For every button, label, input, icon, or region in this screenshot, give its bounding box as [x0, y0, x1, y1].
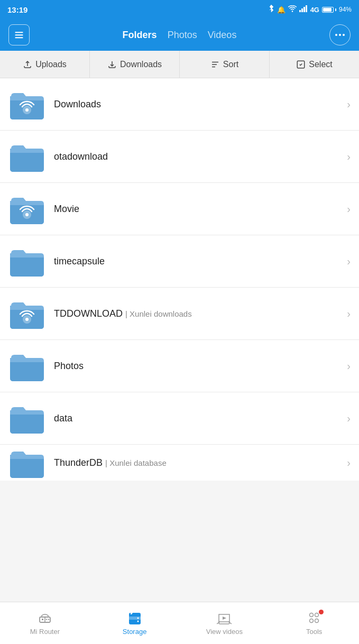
svg-rect-2 — [301, 8, 303, 12]
nav-item-tools[interactable]: Tools — [269, 602, 359, 644]
network-type: 4G — [310, 6, 319, 14]
nav-item-view-videos[interactable]: View videos — [180, 602, 270, 644]
sort-button[interactable]: Sort — [180, 51, 270, 78]
svg-point-17 — [25, 213, 29, 216]
uploads-label: Uploads — [35, 60, 67, 69]
menu-button[interactable] — [8, 24, 30, 45]
svg-rect-21 — [42, 619, 43, 620]
chevron-icon: › — [347, 308, 351, 320]
folder-icon-thunderdb — [8, 445, 45, 481]
status-bar: 13:19 🔔 4G — [0, 0, 359, 19]
svg-point-25 — [137, 618, 139, 619]
status-icons: 🔔 4G 94% — [268, 5, 352, 15]
folder-item-tddownload[interactable]: TDDOWNLOAD | Xunlei downloads › — [0, 288, 359, 340]
nav-item-mi-router[interactable]: Mi Router — [0, 602, 90, 644]
view-videos-label: View videos — [206, 628, 243, 636]
folder-item-data[interactable]: data › — [0, 392, 359, 445]
svg-rect-7 — [15, 37, 23, 38]
wifi-icon — [288, 5, 297, 14]
svg-rect-3 — [303, 7, 305, 12]
svg-point-19 — [25, 318, 29, 321]
svg-point-29 — [310, 613, 314, 617]
svg-rect-4 — [306, 5, 307, 12]
battery-percent: 94% — [339, 6, 352, 13]
chevron-icon: › — [347, 255, 351, 268]
storage-icon — [126, 611, 143, 625]
svg-point-30 — [315, 613, 319, 617]
folder-icon-photos — [8, 347, 45, 384]
folder-name: timecapsule — [54, 256, 343, 267]
svg-point-31 — [310, 619, 314, 623]
bluetooth-icon — [268, 5, 274, 15]
svg-point-0 — [291, 11, 292, 12]
tab-videos[interactable]: Videos — [208, 30, 237, 41]
downloads-label: Downloads — [120, 60, 162, 69]
svg-rect-5 — [15, 32, 23, 33]
folder-info-photos: Photos — [54, 361, 343, 372]
folder-item-timecapsule[interactable]: timecapsule › — [0, 235, 359, 288]
chevron-icon: › — [347, 360, 351, 372]
downloads-button[interactable]: Downloads — [90, 51, 180, 78]
folder-item-thunderdb[interactable]: ThunderDB | Xunlei database › — [0, 445, 359, 481]
bottom-nav: Mi Router Storage View videos — [0, 602, 359, 644]
chevron-icon: › — [347, 203, 351, 215]
folder-name: otadownload — [54, 151, 343, 162]
svg-point-32 — [315, 619, 319, 623]
svg-rect-6 — [15, 34, 23, 35]
header-tabs: Folders Photos Videos — [123, 30, 237, 41]
folder-list: Downloads › otadownload › — [0, 78, 359, 481]
folder-icon-timecapsule — [8, 243, 45, 280]
folder-icon-ota — [8, 138, 45, 175]
svg-point-15 — [25, 108, 29, 112]
folder-info-downloads: Downloads — [54, 99, 343, 110]
folder-name: ThunderDB | Xunlei database — [54, 457, 343, 468]
select-label: Select — [309, 60, 332, 69]
tools-icon — [306, 611, 323, 625]
folder-info-movie: Movie — [54, 204, 343, 215]
folder-icon-tddownload — [8, 295, 45, 332]
view-videos-icon — [216, 611, 233, 625]
folder-icon-movie — [8, 190, 45, 227]
folder-name: Photos — [54, 361, 343, 372]
svg-point-26 — [137, 621, 139, 622]
folder-info-thunderdb: ThunderDB | Xunlei database — [54, 457, 343, 468]
folder-item-photos[interactable]: Photos › — [0, 340, 359, 392]
chevron-icon: › — [347, 151, 351, 163]
folder-info-timecapsule: timecapsule — [54, 256, 343, 267]
mute-icon: 🔔 — [277, 6, 286, 14]
folder-item-downloads[interactable]: Downloads › — [0, 78, 359, 131]
folder-name: Downloads — [54, 99, 343, 110]
svg-point-23 — [48, 619, 49, 620]
svg-point-22 — [46, 619, 47, 620]
nav-item-storage[interactable]: Storage — [90, 602, 180, 644]
tools-label: Tools — [306, 628, 322, 636]
folder-icon-downloads — [8, 86, 45, 123]
more-button[interactable] — [329, 24, 351, 45]
tab-photos[interactable]: Photos — [168, 30, 197, 41]
select-button[interactable]: Select — [270, 51, 359, 78]
tab-folders[interactable]: Folders — [123, 30, 157, 41]
chevron-icon: › — [347, 412, 351, 425]
sort-label: Sort — [223, 60, 238, 69]
storage-label: Storage — [123, 628, 147, 636]
header: Folders Photos Videos — [0, 19, 359, 51]
battery-icon — [322, 7, 336, 13]
folder-info-tddownload: TDDOWNLOAD | Xunlei downloads — [54, 308, 343, 319]
folder-name: data — [54, 413, 343, 424]
folder-info-ota: otadownload — [54, 151, 343, 162]
chevron-icon: › — [347, 457, 351, 469]
tools-notification-dot — [319, 610, 324, 614]
status-time: 13:19 — [7, 5, 27, 14]
folder-name: Movie — [54, 204, 343, 215]
mi-router-label: Mi Router — [30, 628, 60, 636]
signal-icon — [299, 5, 308, 14]
chevron-icon: › — [347, 98, 351, 111]
toolbar: Uploads Downloads Sort Select — [0, 51, 359, 78]
folder-icon-data — [8, 400, 45, 437]
mi-router-icon — [36, 611, 53, 625]
folder-item-otadownload[interactable]: otadownload › — [0, 131, 359, 183]
folder-info-data: data — [54, 413, 343, 424]
folder-item-movie[interactable]: Movie › — [0, 183, 359, 235]
uploads-button[interactable]: Uploads — [0, 51, 90, 78]
folder-name: TDDOWNLOAD | Xunlei downloads — [54, 308, 343, 319]
